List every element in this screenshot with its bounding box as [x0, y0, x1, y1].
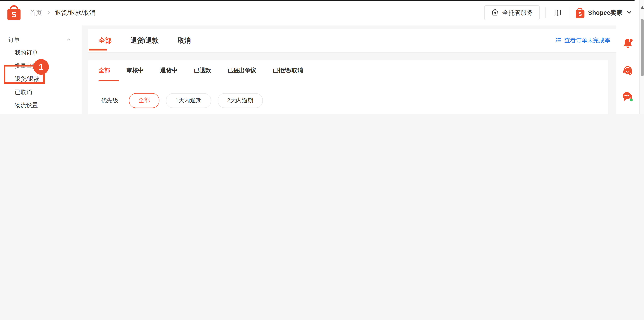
content-panel: 全部 审核中 退货中 已退款 已提出争议 已拒绝/取消 优先级 全部 1天内逾期…	[88, 60, 608, 114]
subtab-disputed[interactable]: 已提出争议	[228, 67, 256, 74]
chevron-up-icon	[66, 37, 71, 44]
managed-service-bag-icon	[491, 8, 499, 18]
order-incomplete-rate-link[interactable]: 查看订单未完成率	[555, 29, 610, 52]
priority-pill-all[interactable]: 全部	[129, 93, 160, 108]
floating-dock	[616, 26, 640, 114]
window-top-edge	[0, 0, 634, 1]
list-icon	[555, 37, 562, 44]
priority-pill-overdue-2d[interactable]: 2天内逾期	[218, 93, 263, 108]
subtab-all[interactable]: 全部	[98, 67, 110, 74]
shopee-logo-letter: S	[12, 11, 17, 18]
priority-label: 优先级	[101, 97, 118, 104]
scrollbar-up-arrow[interactable]	[640, 6, 644, 9]
account-menu[interactable]: S Shopee卖家	[576, 8, 632, 18]
shopee-bag-icon: S	[576, 10, 584, 18]
customer-support-headset-icon[interactable]	[622, 64, 634, 77]
sidebar-group-label: 订单	[8, 36, 20, 44]
managed-service-button[interactable]: 全托管服务	[484, 5, 540, 20]
tab-cancel[interactable]: 取消	[178, 36, 191, 45]
annotation-step-1-badge: 1	[33, 59, 49, 75]
sidebar-group-orders[interactable]: 订单	[0, 34, 82, 46]
main-tabbar: 全部 退货/退款 取消 查看订单未完成率	[88, 29, 616, 52]
shopee-logo[interactable]: S	[8, 9, 21, 20]
header-divider	[570, 8, 570, 18]
breadcrumb-separator-icon	[46, 9, 51, 16]
scrollbar[interactable]	[640, 0, 644, 114]
tab-return-refund[interactable]: 退货/退款	[130, 36, 159, 45]
priority-pill-overdue-1d[interactable]: 1天内逾期	[166, 93, 211, 108]
main-tabs: 全部 退货/退款 取消	[98, 29, 191, 52]
breadcrumb-home[interactable]: 首页	[30, 9, 42, 16]
chevron-down-icon	[626, 9, 632, 16]
sidebar-item-my-orders[interactable]: 我的订单	[0, 46, 82, 60]
subtab-rejected-cancelled[interactable]: 已拒绝/取消	[273, 67, 303, 74]
app: S 首页 退货/退款/取消 全托管服务	[0, 0, 644, 114]
notifications-bell-icon[interactable]	[622, 37, 634, 50]
active-tab-underline	[89, 49, 107, 50]
active-subtab-underline	[98, 80, 119, 81]
subtab-returning[interactable]: 退货中	[160, 67, 178, 74]
breadcrumb: 首页 退货/退款/取消	[30, 9, 96, 16]
header: S 首页 退货/退款/取消 全托管服务	[0, 0, 640, 26]
knowledge-book-icon[interactable]	[552, 6, 564, 19]
chat-icon[interactable]	[622, 90, 634, 103]
subtab-divider	[88, 81, 608, 81]
sidebar-item-shipping-settings[interactable]: 物流设置	[0, 99, 82, 112]
header-right: 全托管服务 S Shopee卖家	[484, 5, 632, 20]
account-name: Shopee卖家	[588, 9, 623, 16]
status-subtabs: 全部 审核中 退货中 已退款 已提出争议 已拒绝/取消	[98, 60, 303, 81]
managed-service-label: 全托管服务	[502, 9, 533, 16]
header-divider	[545, 8, 546, 18]
tab-all[interactable]: 全部	[98, 36, 112, 45]
subtab-refunded[interactable]: 已退款	[194, 67, 211, 74]
breadcrumb-current: 退货/退款/取消	[55, 9, 96, 16]
subtab-reviewing[interactable]: 审核中	[126, 67, 144, 74]
sidebar-item-cancelled[interactable]: 已取消	[0, 86, 82, 99]
priority-row: 优先级 全部 1天内逾期 2天内逾期	[101, 93, 262, 108]
scrollbar-thumb[interactable]	[640, 19, 644, 76]
